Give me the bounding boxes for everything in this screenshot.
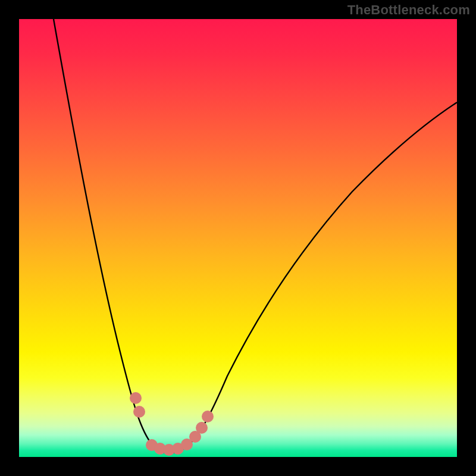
highlighted-points (130, 392, 214, 456)
bottleneck-curve (54, 19, 457, 453)
plot-area (19, 19, 457, 457)
curve-layer (19, 19, 457, 457)
outer-frame: TheBottleneck.com (0, 0, 476, 476)
marker-dot (133, 406, 145, 418)
marker-dot (130, 392, 142, 404)
watermark-text: TheBottleneck.com (347, 2, 470, 18)
marker-dot (202, 411, 214, 422)
marker-dot (196, 422, 208, 434)
